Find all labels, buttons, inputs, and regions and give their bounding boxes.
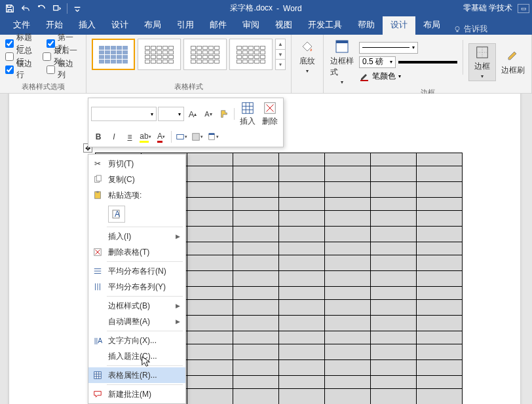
tab-review[interactable]: 审阅 — [235, 15, 267, 35]
ctx-delete-table[interactable]: 删除表格(T) — [88, 244, 185, 260]
qat-more-icon[interactable] — [70, 1, 85, 16]
app-name: Word — [283, 4, 301, 13]
group-table-styles: ▲▼▾ 表格样式 — [86, 35, 292, 93]
shrink-font-button[interactable]: A▾ — [201, 107, 216, 121]
bucket-icon — [299, 39, 315, 54]
ribbon-display-icon[interactable]: ▭ — [518, 4, 529, 13]
svg-text:A: A — [115, 210, 120, 219]
insert-table-icon — [240, 101, 255, 115]
group-label-table-styles: 表格样式 — [92, 81, 286, 92]
ctx-insert[interactable]: 插入(I)▶ — [88, 229, 185, 244]
ctx-distribute-cols[interactable]: 平均分布各列(Y) — [88, 279, 185, 295]
ctx-border-style[interactable]: 边框样式(B)▶ — [88, 298, 185, 314]
ctx-autofit[interactable]: 自动调整(A)▶ — [88, 314, 185, 329]
table-properties-icon — [92, 370, 103, 380]
borders-icon — [475, 45, 489, 60]
styles-mini-button[interactable]: ▾ — [206, 130, 220, 144]
gallery-more-button[interactable]: ▲▼▾ — [275, 39, 286, 70]
redo-icon[interactable] — [34, 1, 48, 16]
text-direction-icon: ||A — [92, 335, 103, 346]
svg-rect-9 — [242, 103, 254, 114]
doc-name: 采字格.docx — [230, 3, 273, 14]
italic-button[interactable]: I — [107, 130, 121, 144]
delete-table-ctx-icon — [92, 247, 103, 257]
table-style-2[interactable] — [138, 39, 181, 70]
tab-view[interactable]: 视图 — [267, 15, 300, 35]
mini-insert-button[interactable]: 插入 — [237, 101, 258, 127]
merge-button[interactable]: ▾ — [174, 130, 189, 144]
font-color-button[interactable]: A▾ — [154, 130, 168, 144]
chk-banded-row[interactable]: 镶边行 — [5, 64, 40, 75]
svg-point-2 — [455, 26, 459, 30]
border-styles-button[interactable]: 边框样式▾ — [329, 37, 355, 86]
group-shading: 底纹▾ — [292, 35, 324, 93]
ctx-cut[interactable]: ✂ 剪切(T) — [88, 156, 185, 172]
svg-rect-20 — [96, 175, 101, 181]
delete-table-icon — [263, 101, 277, 115]
table-style-1[interactable] — [92, 39, 135, 70]
ctx-paste-label: 粘贴选项: — [88, 187, 185, 203]
table-style-4[interactable] — [229, 39, 273, 70]
svg-rect-17 — [177, 135, 184, 139]
format-painter-icon[interactable] — [217, 107, 231, 121]
svg-rect-35 — [94, 372, 102, 379]
title-bar: 采字格.docx - Word 零基础 学技术 ▭ — [0, 0, 532, 16]
borders-button[interactable]: 边框▾ — [468, 43, 496, 81]
tell-me[interactable]: 告诉我 — [448, 24, 493, 35]
tab-developer[interactable]: 开发工具 — [300, 15, 350, 35]
ctx-copy[interactable]: 复制(C) — [88, 172, 185, 187]
table-styles-gallery[interactable]: ▲▼▾ — [92, 39, 286, 70]
ctx-paste-options: A — [88, 203, 185, 225]
chk-banded-col[interactable]: 镶边列 — [47, 64, 81, 75]
shading-mini-button[interactable]: ▾ — [190, 130, 204, 144]
font-family-combo[interactable]: ▾ — [91, 107, 157, 121]
tab-help[interactable]: 帮助 — [350, 15, 383, 35]
copy-icon — [92, 174, 103, 185]
font-size-combo[interactable]: ▾ — [158, 107, 184, 121]
ctx-table-properties[interactable]: 表格属性(R)... — [88, 367, 185, 383]
ctx-new-comment[interactable]: 新建批注(M) — [88, 386, 185, 402]
undo-icon[interactable] — [18, 1, 33, 16]
mini-delete-button[interactable]: 删除 — [259, 101, 280, 127]
line-weight-combo[interactable]: 0.5 磅▾ — [359, 56, 396, 68]
save-icon[interactable] — [3, 1, 17, 16]
cut-icon: ✂ — [92, 158, 103, 169]
ctx-text-direction[interactable]: ||A 文字方向(X)... — [88, 333, 185, 348]
ribbon: 标题行 第一列 汇总行 最后一列 镶边行 镶边列 表格样式选项 ▲▼▾ — [0, 35, 532, 94]
ctx-insert-caption[interactable]: 插入题注(C)... — [88, 348, 185, 364]
ctx-distribute-rows[interactable]: 平均分布各行(N) — [88, 263, 185, 279]
line-style-combo[interactable]: ▾ — [359, 42, 418, 54]
document-area: ✥ ▾ ▾ A▴ A▾ — [0, 94, 532, 404]
svg-rect-4 — [336, 41, 348, 43]
title-right-text: 零基础 学技术 — [463, 3, 512, 14]
tab-references[interactable]: 引用 — [169, 15, 202, 35]
border-styles-icon — [334, 39, 350, 54]
quick-access-toolbar — [3, 1, 85, 16]
svg-rect-5 — [360, 80, 368, 81]
shading-button[interactable]: 底纹▾ — [294, 37, 320, 75]
tab-layout[interactable]: 布局 — [136, 15, 169, 35]
qat-dropdown-icon[interactable] — [50, 1, 64, 16]
tab-mailings[interactable]: 邮件 — [202, 15, 235, 35]
svg-point-0 — [39, 5, 40, 7]
svg-text:||A: ||A — [94, 337, 102, 344]
table-style-3[interactable] — [183, 39, 227, 70]
title-bar-title: 采字格.docx - Word — [230, 3, 301, 14]
dist-cols-icon — [92, 282, 103, 292]
group-table-style-options: 标题行 第一列 汇总行 最后一列 镶边行 镶边列 表格样式选项 — [0, 35, 86, 93]
grow-font-button[interactable]: A▴ — [185, 107, 200, 121]
border-painter-button[interactable]: 边框刷 — [500, 46, 526, 77]
pen-color-label[interactable]: 笔颜色 — [372, 71, 396, 82]
tab-design[interactable]: 设计 — [104, 15, 136, 35]
svg-rect-1 — [54, 5, 58, 10]
paste-keep-source[interactable]: A — [108, 206, 125, 223]
context-menu: ✂ 剪切(T) 复制(C) 粘贴选项: A 插入(I)▶ 删除表格(T) 平均分… — [88, 154, 186, 404]
svg-rect-18 — [193, 134, 200, 141]
mini-toolbar: ▾ ▾ A▴ A▾ 插入 删除 B I ≡ ab▾ A▾ ▾ ▾ ▾ — [88, 98, 284, 147]
comment-icon — [92, 389, 103, 399]
highlight-button[interactable]: ab▾ — [138, 130, 153, 144]
bold-button[interactable]: B — [91, 130, 105, 144]
pen-color-icon — [359, 71, 370, 82]
border-painter-icon — [505, 48, 521, 64]
underline-button[interactable]: ≡ — [123, 130, 137, 144]
